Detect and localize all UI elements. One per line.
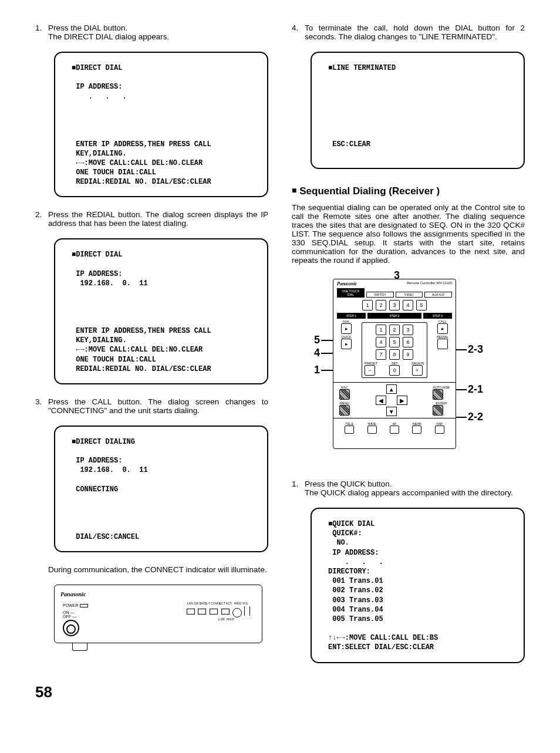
arrow-right-button: ▶ (397, 396, 407, 405)
step-text: The QUICK dialog appears accompanied wit… (305, 488, 525, 497)
step-text: Press the QUICK button. (305, 480, 392, 488)
step-3: 3. Press the CALL button. The dialog scr… (35, 397, 268, 643)
step-text: To terminate the call, hold down the DIA… (305, 23, 525, 41)
keypad-7: 7 (376, 349, 386, 360)
step-text: Press the CALL button. The dialog screen… (48, 397, 268, 415)
callout-4: 4 (314, 347, 320, 359)
callout-2-2: 2-2 (468, 411, 483, 423)
step-text: Press the REDIAL button. The dialog scre… (48, 210, 268, 228)
step-num: 2. (35, 210, 42, 219)
call-label: CALL (433, 320, 452, 323)
menu-button (339, 405, 350, 416)
quick-button: ▸ (341, 339, 352, 349)
keypad-2: 2 (389, 325, 400, 335)
menu-label: MENU (339, 401, 350, 405)
esc-label: ESC (339, 386, 350, 389)
redial-label: REDIAL (433, 335, 452, 339)
led-row-label: LAN 100 BASE-T CONNECT ACT (187, 602, 232, 605)
tele-button (345, 426, 354, 434)
remote-controller: Panasonic Remote Controller WV-CU20 ONE … (333, 279, 456, 449)
page-number: 58 (35, 683, 525, 701)
wide-button (367, 426, 377, 434)
keypad-0: 0 (389, 365, 400, 376)
receiver-unit-panel: Panasonic POWER ON — OFF — LAN 100 BASE-… (54, 585, 262, 643)
dial-button: ▸ (341, 323, 352, 334)
step-4: 4. To terminate the call, hold down the … (292, 23, 525, 169)
esc-button (339, 389, 350, 400)
automse-button (433, 389, 443, 400)
onetouch-4: 4 (403, 300, 413, 310)
step-2: 2. Press the REDIAL button. The dialog s… (35, 210, 268, 384)
preset-label: PRESET (365, 362, 377, 365)
redial-button (437, 339, 448, 349)
led-icon (221, 609, 230, 614)
arrow-down-button: ▼ (386, 407, 397, 416)
keypad-1: 1 (376, 325, 386, 335)
led-icon (198, 609, 206, 614)
dialog-connecting: ■DIRECT DIALING IP ADDRESS: 192.168. 0. … (54, 426, 268, 552)
keypad-6: 6 (403, 337, 413, 347)
onetouch-3: 3 (389, 300, 400, 310)
preset-button: – (365, 365, 375, 376)
high-label: HIGH (227, 617, 234, 621)
low-label: LOW (218, 617, 224, 621)
right-column: 4. To terminate the call, hold down the … (292, 23, 525, 671)
af-button (390, 426, 399, 434)
tab-alm-ack: ALM ACK (424, 292, 452, 298)
tab-video: VIDEO (396, 292, 423, 298)
delete-button: + (412, 365, 423, 376)
callout-1: 1 (314, 364, 320, 376)
step2-tab: STEP 2 (367, 313, 421, 319)
step-num: 1. (292, 480, 298, 488)
left-column: 1. Press the DIAL button. The DIRECT DIA… (35, 23, 268, 671)
keypad-8: 8 (389, 349, 400, 360)
led-icon (187, 609, 195, 614)
heading-text: Sequential Dialing (Receiver ) (299, 185, 440, 197)
dialog-direct-dial-ip: ■DIRECT DIAL IP ADDRESS: 192.168. 0. 11 … (54, 238, 268, 384)
brand-label: Panasonic (60, 591, 86, 597)
ringvol-label: RING VOL (234, 602, 248, 605)
callout-2-1: 2-1 (468, 383, 483, 396)
volume-knob-icon (232, 608, 242, 617)
callout-2-3: 2-3 (468, 343, 483, 356)
keypad-9: 9 (403, 349, 413, 360)
step-1: 1. Press the DIAL button. The DIRECT DIA… (35, 23, 268, 197)
led-icon (210, 609, 218, 614)
off-label: OFF — (63, 614, 76, 619)
tele-label: TELE (345, 422, 354, 426)
panel-foot-icon (72, 643, 87, 651)
power-dial (63, 620, 79, 636)
enter-label: ENTER (433, 401, 450, 405)
call-button: ▸ (437, 323, 448, 334)
dialog-quick-dial: ■QUICK DIAL QUICK#: NO. IP ADDRESS: . . … (311, 508, 525, 663)
wide-label: WIDE (367, 422, 377, 426)
dial-label: DIAL (337, 320, 356, 323)
step3-tab: STEP 3 (423, 313, 452, 319)
onetouch-5: 5 (416, 300, 427, 310)
remote-diagram: 3 5 4 1 2-3 2-1 2-2 Panasonic Remote Con… (292, 273, 525, 467)
step-num: 4. (292, 23, 298, 32)
enter-button (433, 405, 443, 416)
bullet-icon: ■ (292, 185, 296, 195)
dialog-direct-dial-blank: ■DIRECT DIAL IP ADDRESS: . . . ENTER IP … (54, 52, 268, 197)
section-paragraph: The sequential dialing can be operated o… (292, 203, 525, 265)
arrow-left-button: ◀ (376, 396, 386, 405)
step1-tab: STEP 1 (337, 313, 366, 319)
arrow-up-button: ▲ (386, 384, 397, 394)
remote-model: Remote Controller WV-CU20 (407, 281, 452, 285)
on-label: ON — (63, 610, 74, 614)
tab-switch: SWITCH (366, 292, 394, 298)
connect-note: During communication, the CONNECT indica… (48, 565, 268, 574)
keypad-4: 4 (376, 337, 386, 347)
power-led-icon (80, 604, 88, 607)
callout-5: 5 (314, 334, 320, 346)
automse-label: AUTO MSE (433, 386, 450, 389)
step-num: 1. (35, 23, 42, 32)
seq-step-1: 1. Press the QUICK button. The QUICK dia… (292, 480, 525, 663)
step-text: The DIRECT DIAL dialog appears. (48, 32, 169, 41)
dialog-line-terminated: ■LINE TERMINATED ESC:CLEAR (311, 52, 525, 169)
step-text: Press the DIAL button. (48, 23, 127, 32)
delete-label: DELETE (412, 362, 424, 365)
near-label: NEAR (412, 422, 421, 426)
keypad-3: 3 (403, 325, 413, 335)
